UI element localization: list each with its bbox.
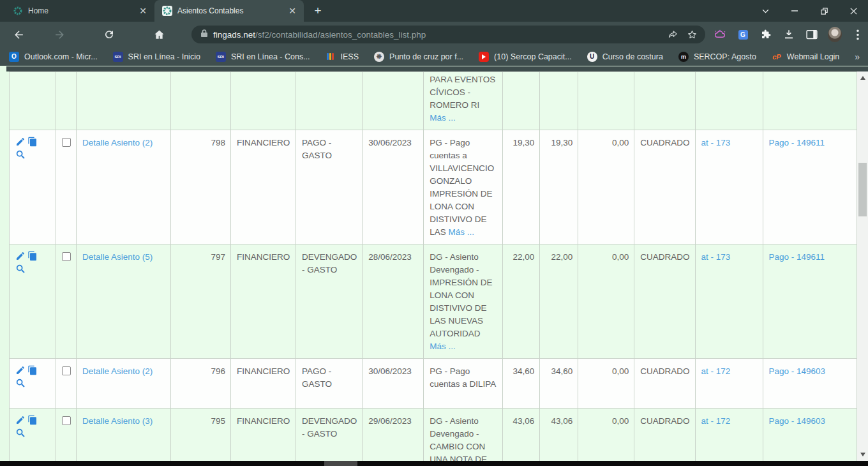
pago-link[interactable]: Pago - 149611 (769, 138, 825, 147)
at-link[interactable]: at - 173 (701, 252, 731, 262)
pago-link[interactable]: Pago - 149603 (769, 366, 826, 376)
cell-at: at - 172 (695, 409, 763, 462)
bookmark-item[interactable]: IESS (326, 52, 359, 62)
home-button[interactable] (149, 25, 168, 44)
address-bar[interactable]: fingads.net/sf2/contabilidad/asientos_co… (191, 26, 705, 43)
pago-link[interactable]: Pago - 149611 (769, 252, 825, 262)
mas-link[interactable]: Más ... (449, 227, 475, 237)
tipo-text: DEVENGADO - GASTO (302, 416, 357, 439)
view-search-icon[interactable] (15, 378, 26, 389)
at-link[interactable]: at - 173 (701, 138, 731, 147)
new-tab-button[interactable]: + (309, 2, 327, 20)
row-checkbox[interactable] (62, 366, 71, 375)
scrollbar-thumb[interactable] (858, 163, 867, 216)
close-window-button[interactable] (839, 0, 868, 22)
scroll-up-arrow[interactable] (857, 73, 868, 83)
tab-title: Asientos Contables (177, 6, 282, 15)
restore-button[interactable] (809, 0, 839, 22)
iess-favicon (326, 52, 336, 62)
view-search-icon[interactable] (15, 428, 26, 439)
detalle-asiento-link[interactable]: Detalle Asiento (3) (82, 416, 153, 426)
estado-badge: CUADRADO (640, 138, 689, 147)
haber-amount: 22,00 (551, 252, 572, 262)
bookmark-item[interactable]: (10) Sercop Capacit... (479, 52, 572, 62)
tab-search-chevron-icon[interactable] (751, 0, 780, 22)
cell-haber: 19,30 (540, 130, 578, 244)
view-search-icon[interactable] (15, 264, 26, 274)
bookmark-item[interactable]: UCurso de costura (587, 52, 663, 62)
debe-amount: 43,06 (513, 416, 534, 426)
tab-home[interactable]: Home ✕ (5, 0, 154, 22)
detalle-asiento-link[interactable]: Detalle Asiento (2) (82, 138, 153, 147)
table-row: Detalle Asiento (5)797FINANCIERODEVENGAD… (10, 244, 857, 359)
cell-tipo: DEVENGADO - GASTO (296, 244, 363, 359)
edit-pencil-icon[interactable] (15, 415, 26, 426)
bookmark-star-icon[interactable] (682, 26, 701, 43)
extensions-puzzle-icon[interactable] (759, 27, 773, 41)
cell-estado: CUADRADO (634, 409, 695, 462)
bookmark-item[interactable]: mSERCOP: Agosto (678, 52, 756, 62)
row-checkbox[interactable] (62, 252, 71, 261)
row-checkbox[interactable] (62, 138, 71, 147)
view-search-icon[interactable] (15, 149, 26, 160)
at-link[interactable]: at - 172 (701, 366, 731, 376)
copy-document-icon[interactable] (27, 415, 38, 426)
saldo-amount: 0,00 (612, 366, 629, 376)
youtube-favicon (479, 52, 489, 62)
tab-asientos-contables[interactable]: Asientos Contables ✕ (154, 0, 304, 22)
cell-fecha: 30/06/2023 (363, 359, 424, 409)
back-button[interactable] (9, 25, 28, 44)
bookmark-item[interactable]: OOutlook.com - Micr... (9, 52, 98, 62)
haber-amount: 43,06 (551, 416, 572, 426)
minimize-button[interactable] (780, 0, 809, 22)
edit-pencil-icon[interactable] (15, 251, 26, 262)
cell-at: at - 173 (695, 244, 763, 359)
cell-descripcion: PG - Pago cuentas a DILIPA (424, 359, 503, 409)
bookmarks-overflow-chevron[interactable]: » (855, 52, 859, 62)
debe-amount: 34,60 (513, 366, 534, 376)
cell-detalle: Detalle Asiento (5) (77, 244, 171, 359)
mas-link[interactable]: Más ... (430, 113, 456, 123)
tab-close-icon[interactable]: ✕ (138, 6, 148, 16)
bookmark-item[interactable]: cPWebmail Login (772, 52, 839, 62)
extension-cloud-icon[interactable] (713, 27, 727, 41)
detalle-asiento-link[interactable]: Detalle Asiento (5) (82, 252, 153, 262)
copy-document-icon[interactable] (27, 137, 38, 147)
bookmark-item[interactable]: SRISRI en Línea - Inicio (113, 52, 200, 62)
vertical-scrollbar[interactable] (857, 71, 868, 461)
asiento-number: 795 (211, 416, 225, 426)
at-link[interactable]: at - 172 (701, 416, 731, 426)
download-icon[interactable] (782, 27, 796, 41)
cell-saldo (578, 72, 634, 130)
edit-pencil-icon[interactable] (15, 137, 26, 147)
side-panel-icon[interactable] (805, 27, 819, 41)
detalle-asiento-link[interactable]: Detalle Asiento (2) (82, 366, 153, 376)
forward-button[interactable] (50, 25, 69, 44)
lock-icon (200, 29, 208, 40)
bookmark-label: SRI en Línea - Inicio (128, 52, 200, 61)
mas-link[interactable]: Más ... (430, 342, 456, 351)
pago-link[interactable]: Pago - 149603 (769, 416, 826, 426)
bookmark-item[interactable]: SRISRI en Línea - Cons... (216, 52, 310, 62)
scroll-down-arrow[interactable] (857, 449, 868, 460)
profile-avatar[interactable] (828, 27, 842, 41)
table-row: Detalle Asiento (3)795FINANCIERODEVENGAD… (10, 409, 857, 462)
share-icon[interactable] (663, 26, 682, 43)
cell-at: at - 172 (695, 359, 763, 409)
url-host: fingads.net (213, 30, 255, 40)
edit-pencil-icon[interactable] (15, 365, 26, 376)
browser-toolbar: fingads.net/sf2/contabilidad/asientos_co… (0, 22, 868, 47)
browser-menu-kebab-icon[interactable] (851, 27, 865, 41)
translate-extension-icon[interactable]: G (736, 27, 750, 41)
row-checkbox[interactable] (62, 416, 71, 425)
reload-button[interactable] (100, 25, 119, 44)
cell-numero: 796 (171, 359, 231, 409)
copy-document-icon[interactable] (27, 365, 38, 376)
moodle-favicon: m (678, 52, 689, 62)
bookmark-item[interactable]: ❋Punto de cruz por f... (374, 52, 463, 62)
tipo-text: PAGO - GASTO (302, 138, 332, 160)
outlook-favicon: O (9, 52, 19, 62)
copy-document-icon[interactable] (27, 251, 38, 262)
cell-estado (634, 72, 695, 130)
tab-close-icon[interactable]: ✕ (287, 6, 297, 16)
